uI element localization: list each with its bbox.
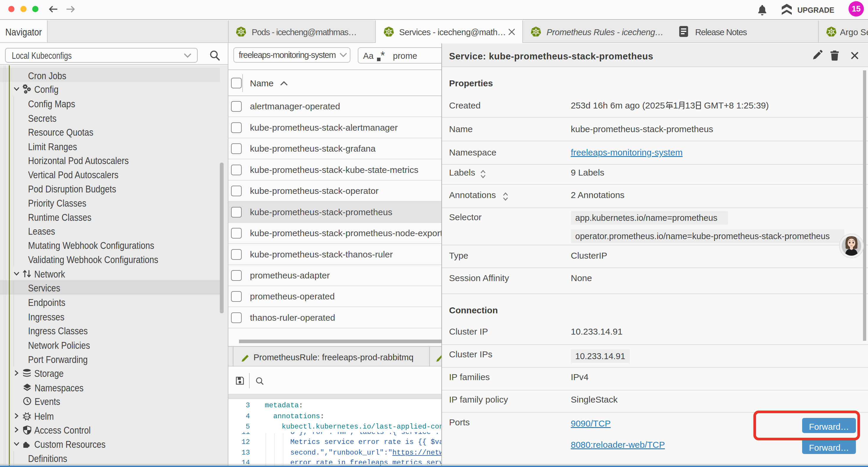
svg-text:HELM: HELM (25, 415, 29, 418)
